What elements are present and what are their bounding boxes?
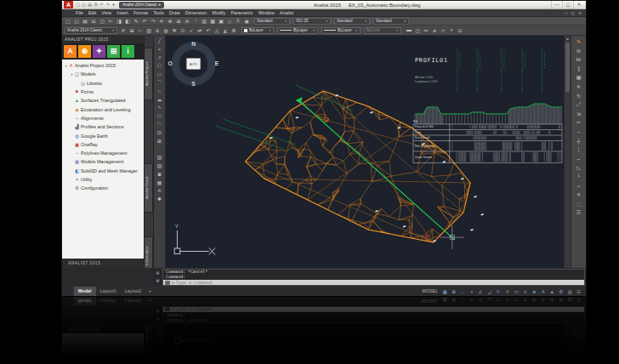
plotstyle-combo[interactable]: ByColor▼ (364, 27, 401, 34)
fillet-icon[interactable]: ╰ (574, 173, 584, 182)
orbit-icon[interactable]: ◔ (191, 18, 200, 24)
layer-props-icon[interactable]: ▥ (145, 27, 153, 33)
dynamic-input-icon[interactable]: ⌖ (468, 287, 477, 296)
info-button[interactable]: i (122, 45, 134, 58)
menu-dimension[interactable]: Dimension (183, 10, 210, 15)
arc-icon[interactable]: ⌒ (155, 79, 164, 88)
color-combo[interactable]: ByLayer▼ (277, 27, 318, 34)
selection-icon[interactable]: ⊕ (530, 287, 539, 296)
copy-icon[interactable]: ◨ (115, 18, 123, 24)
polygon-icon[interactable]: ⬠ (155, 62, 164, 71)
point-icon[interactable]: · (155, 145, 164, 154)
layer-freeze-icon[interactable]: ❄ (170, 27, 179, 33)
globe-button[interactable]: ⊕ (78, 45, 91, 58)
osnap-icon[interactable]: ↻ (494, 287, 503, 296)
save-icon[interactable]: ▤ (87, 1, 93, 9)
workspace-switcher[interactable]: Analist 2014 Classic ▾ (119, 2, 164, 9)
minimize-button[interactable]: — (551, 1, 562, 9)
mleader-style-combo[interactable]: Standard▼ (373, 18, 409, 25)
rectangle-icon[interactable]: ▭ (155, 71, 164, 79)
menu-insert[interactable]: Insert (114, 10, 131, 15)
make-block-icon[interactable]: ⊞ (155, 138, 164, 146)
menu-edit[interactable]: Edit (86, 10, 99, 15)
layer-combo[interactable]: ByLayer▼ (241, 27, 274, 34)
model-space-view[interactable]: NSEOALTOYPROFILO1Altezze 1:200Lunghezze … (166, 36, 564, 268)
sheetset-icon[interactable]: ▣ (217, 18, 225, 24)
grid-button[interactable]: ⊞ (107, 45, 120, 58)
tree-item-excavation-and-leveling[interactable]: ◆Excavation and Leveling (62, 105, 144, 113)
list-icon[interactable]: ≔ (422, 27, 430, 33)
id-icon[interactable]: ⌖ (447, 27, 456, 33)
zoom-prev-icon[interactable]: ⊖ (183, 18, 191, 24)
preview-icon[interactable]: ◫ (98, 18, 106, 24)
plotstyle-icon[interactable]: ◫ (413, 27, 422, 33)
text-icon[interactable]: A (155, 187, 164, 196)
save-icon[interactable]: ▤ (81, 18, 89, 24)
calc-icon[interactable]: ≡ (234, 18, 242, 24)
snap-icon[interactable]: ✛ (119, 27, 128, 33)
isolate-icon[interactable]: ▤ (565, 287, 575, 296)
prev-layer-icon[interactable]: ↶ (204, 27, 213, 33)
otrack-icon[interactable]: ✛ (503, 287, 513, 296)
match-layer-icon[interactable]: ⇄ (196, 27, 204, 33)
analist-button[interactable]: A (64, 45, 77, 58)
make-current-icon[interactable]: ✓ (187, 27, 196, 33)
workspace-icon[interactable]: ⚙ (557, 287, 566, 296)
insert-block-icon[interactable]: ⊡ (155, 129, 164, 138)
plot-icon[interactable]: ⊟ (93, 1, 99, 9)
customize-command-icon[interactable]: ⚙ (155, 277, 161, 283)
distance-icon[interactable]: ⌀ (430, 27, 439, 33)
dim-style-combo[interactable]: ISO-25▼ (293, 18, 331, 25)
doc-minimize-button[interactable]: — (563, 11, 570, 15)
table-icon[interactable]: ▦ (155, 179, 164, 188)
layout-tab-layout2[interactable]: Layout2 (121, 287, 145, 296)
tree-item-configuration[interactable]: ⚙Configuration (62, 184, 144, 192)
tree-item-utility[interactable]: ✦Utility (62, 175, 144, 184)
zoom-window-icon[interactable]: ⊞ (174, 18, 183, 24)
workspace-combo[interactable]: Analist 2014 Classic▼ (65, 27, 117, 34)
linetype-combo[interactable]: ByLayer▼ (321, 27, 361, 34)
customize-menu-icon[interactable]: ☰ (575, 287, 584, 296)
paste-icon[interactable]: ◧ (123, 18, 132, 24)
menu-window[interactable]: Window (256, 10, 277, 15)
annotation-icon[interactable]: A (539, 287, 548, 296)
menu-draw[interactable]: Draw (167, 10, 183, 15)
settings-icon[interactable]: ⚙ (230, 27, 238, 33)
tree-item-solid3d-and-mesh-manager[interactable]: ◧Solid3D and Mesh Manager (62, 167, 144, 175)
menu-format[interactable]: Format (131, 10, 150, 15)
undo-icon[interactable]: ↶ (99, 1, 105, 9)
xline-icon[interactable]: ⌁ (155, 46, 164, 54)
rotate-icon[interactable]: ↻ (574, 92, 584, 101)
satellite-button[interactable]: ✦ (93, 45, 105, 58)
transparency-icon[interactable]: ± (521, 287, 531, 296)
line-icon[interactable]: ╱ (155, 37, 164, 46)
array-icon[interactable]: ▦ (574, 73, 584, 82)
isolate-icon[interactable]: ◬ (213, 27, 221, 33)
region-icon[interactable]: ◙ (155, 171, 164, 179)
close-command-icon[interactable]: ✕ (155, 270, 161, 276)
new-icon[interactable]: ▢ (75, 1, 81, 9)
tree-item-libretto[interactable]: ▤Libretto (62, 79, 144, 88)
hatch-icon[interactable]: ▨ (155, 154, 164, 162)
tree-item-analist-project-2015[interactable]: ▾AAnalist Project 2015 (62, 61, 144, 70)
menu-parametric[interactable]: Parametric (228, 10, 255, 15)
tree-item-points[interactable]: ⚑Points (62, 88, 144, 96)
break-icon[interactable]: ╎ (574, 145, 584, 155)
open-icon[interactable]: ◱ (81, 1, 87, 9)
tree-item-surfaces-triangulated[interactable]: ▲Surfaces Triangulated (62, 96, 144, 105)
lineweight-icon[interactable]: ▬ (405, 27, 413, 33)
command-input[interactable]: > Type a command (163, 280, 584, 285)
circle-icon[interactable]: ○ (155, 88, 164, 96)
mirror-icon[interactable]: ⋈ (574, 55, 584, 65)
grid-icon[interactable]: ▦ (440, 287, 450, 296)
text-style-combo[interactable]: Standard▼ (254, 18, 290, 25)
menu-analist[interactable]: Analist (277, 10, 296, 15)
quickcalc-icon[interactable]: ⊡ (456, 27, 464, 33)
spline-icon[interactable]: ∿ (155, 104, 164, 112)
scroll-up-icon[interactable]: ▲ (565, 36, 571, 43)
layer-states-icon[interactable]: ≋ (153, 27, 162, 33)
blend-icon[interactable]: ∽ (574, 182, 584, 191)
extend-icon[interactable]: ─ (574, 128, 584, 137)
new-icon[interactable]: ▢ (64, 18, 72, 24)
layer-on-icon[interactable]: ◍ (162, 27, 170, 33)
